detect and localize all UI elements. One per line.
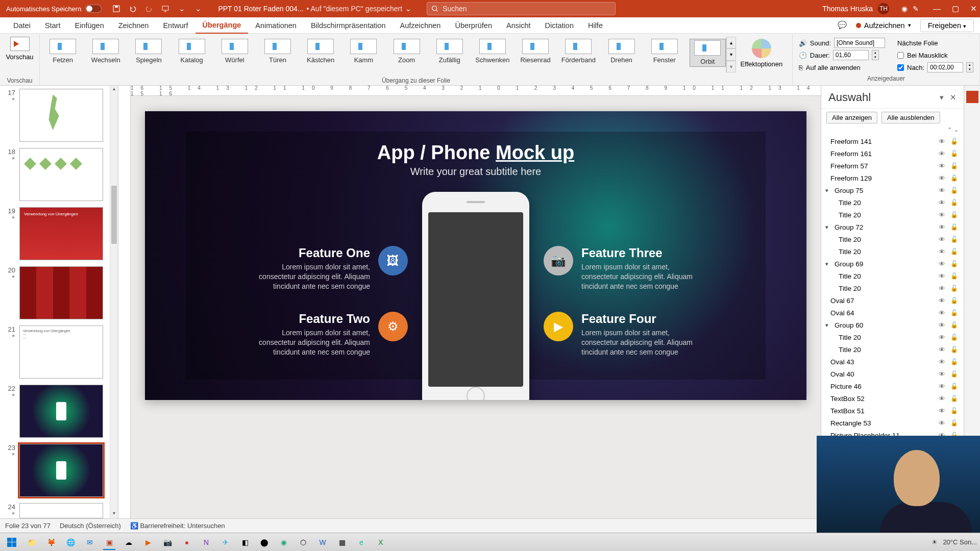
maximize-icon[interactable]: ▢ xyxy=(952,4,959,13)
pane-close-icon[interactable]: ✕ xyxy=(950,93,957,102)
transition-kamm[interactable]: Kamm xyxy=(346,39,381,64)
app-icon-3[interactable]: ● xyxy=(179,535,195,550)
effect-options-button[interactable]: Effektoptionen xyxy=(736,37,787,68)
lock-icon[interactable]: 🔓 xyxy=(949,162,959,169)
obs-icon[interactable]: ⬤ xyxy=(256,535,273,550)
selection-item[interactable]: ▾Group 69👁🔓 xyxy=(821,258,964,270)
touch-mode-icon[interactable]: ⌄ xyxy=(177,4,186,13)
transition-fenster[interactable]: Fenster xyxy=(647,39,682,64)
app-icon-7[interactable]: ▦ xyxy=(334,535,350,550)
selection-item[interactable]: Title 20👁🔓 xyxy=(821,196,964,209)
lock-icon[interactable]: 🔓 xyxy=(949,358,959,365)
slide-thumb-21[interactable]: 21Verwendung von Übergängen······ xyxy=(5,325,105,379)
visibility-icon[interactable]: 👁 xyxy=(937,223,946,231)
redo-icon[interactable] xyxy=(144,4,154,13)
after-checkbox[interactable] xyxy=(897,64,904,71)
duration-input[interactable] xyxy=(833,50,869,60)
move-up-icon[interactable]: ⌃ xyxy=(947,127,952,133)
edge-icon[interactable]: e xyxy=(353,535,370,550)
selection-item[interactable]: Oval 67👁🔓 xyxy=(821,294,964,307)
language-indicator[interactable]: Deutsch (Österreich) xyxy=(60,522,121,530)
accessibility-check[interactable]: ♿ Barrierefreiheit: Untersuchen xyxy=(130,522,225,530)
visibility-icon[interactable]: 👁 xyxy=(937,162,946,170)
lock-icon[interactable]: 🔓 xyxy=(949,334,959,341)
hide-all-button[interactable]: Alle ausblenden xyxy=(881,112,940,123)
comments-icon[interactable]: 💬 xyxy=(838,21,847,30)
lock-icon[interactable]: 🔓 xyxy=(949,138,959,145)
visibility-icon[interactable]: 👁 xyxy=(937,407,946,415)
outlook-icon[interactable]: ✉ xyxy=(82,535,98,550)
app-icon-5[interactable]: ◉ xyxy=(276,535,292,550)
visibility-icon[interactable]: 👁 xyxy=(937,248,946,256)
tab-ansicht[interactable]: Ansicht xyxy=(499,17,538,34)
selection-item[interactable]: Freeform 141👁🔓 xyxy=(821,135,964,147)
tab-start[interactable]: Start xyxy=(38,17,68,34)
pen-icon[interactable]: ✎ xyxy=(913,5,919,13)
slide-thumb-20[interactable]: 20 xyxy=(5,266,105,319)
transition-fetzen[interactable]: Fetzen xyxy=(45,39,81,64)
after-spinner[interactable]: ▴▾ xyxy=(966,62,973,72)
selection-item[interactable]: TextBox 51👁🔓 xyxy=(821,405,964,417)
feature-feature-two[interactable]: ⚙Feature TwoLorem ipsum dolor sit amet, … xyxy=(250,312,408,357)
transition-katalog[interactable]: Katalog xyxy=(174,39,210,64)
show-all-button[interactable]: Alle anzeigen xyxy=(826,112,877,123)
tab-hilfe[interactable]: Hilfe xyxy=(581,17,610,34)
lock-icon[interactable]: 🔓 xyxy=(949,383,959,390)
slide-canvas[interactable]: App / Phone Mock up Write your great sub… xyxy=(145,111,806,400)
selection-item[interactable]: Rectangle 53👁🔓 xyxy=(821,417,964,429)
record-button[interactable]: Aufzeichnen▾ xyxy=(856,21,911,30)
transition-orbit[interactable]: Orbit xyxy=(690,39,726,67)
lock-icon[interactable]: 🔓 xyxy=(949,321,959,329)
app-icon-6[interactable]: ⬡ xyxy=(295,535,311,550)
explorer-icon[interactable]: 📁 xyxy=(23,535,40,550)
transition-drehen[interactable]: Drehen xyxy=(603,39,639,64)
avatar[interactable]: TH xyxy=(878,3,889,14)
tab-einfügen[interactable]: Einfügen xyxy=(67,17,111,34)
lock-icon[interactable]: 🔓 xyxy=(949,187,959,194)
transition-zufällig[interactable]: Zufällig xyxy=(432,39,468,64)
visibility-icon[interactable]: 👁 xyxy=(937,383,946,390)
selection-item[interactable]: Freeform 129👁🔓 xyxy=(821,172,964,184)
visibility-icon[interactable]: 👁 xyxy=(937,297,946,305)
start-button[interactable] xyxy=(3,535,20,550)
tab-bildschirmpräsentation[interactable]: Bildschirmpräsentation xyxy=(304,17,393,34)
lock-icon[interactable]: 🔓 xyxy=(949,419,959,427)
apply-all-button[interactable]: ⎘Auf alle anwenden xyxy=(799,61,885,73)
phone-mockup[interactable] xyxy=(422,192,529,400)
selection-item[interactable]: Picture 46👁🔓 xyxy=(821,380,964,392)
transition-riesenrad[interactable]: Riesenrad xyxy=(518,39,553,64)
app-icon-1[interactable]: ☁ xyxy=(120,535,137,550)
visibility-icon[interactable]: 👁 xyxy=(937,187,946,194)
transition-würfel[interactable]: Würfel xyxy=(217,39,253,64)
selection-item[interactable]: Title 20👁🔓 xyxy=(821,343,964,356)
selection-item[interactable]: Title 20👁🔓 xyxy=(821,245,964,258)
weather-text[interactable]: 20°C Son... xyxy=(943,538,977,546)
visibility-icon[interactable]: 👁 xyxy=(937,211,946,219)
move-down-icon[interactable]: ⌄ xyxy=(954,127,959,133)
designer-icon[interactable] xyxy=(966,91,978,103)
vlc-icon[interactable]: ▶ xyxy=(140,535,156,550)
selection-item[interactable]: Title 20👁🔓 xyxy=(821,209,964,221)
visibility-icon[interactable]: 👁 xyxy=(937,199,946,207)
slide-thumb-22[interactable]: 22 xyxy=(5,385,105,438)
undo-icon[interactable] xyxy=(128,4,137,13)
after-input[interactable] xyxy=(927,62,963,72)
qat-more-icon[interactable]: ⌄ xyxy=(193,4,203,13)
selection-item[interactable]: Oval 43👁🔓 xyxy=(821,356,964,368)
weather-icon[interactable]: ☀ xyxy=(932,538,938,546)
tab-übergänge[interactable]: Übergänge xyxy=(195,17,249,34)
selection-item[interactable]: ▾Group 72👁🔓 xyxy=(821,221,964,233)
lock-icon[interactable]: 🔓 xyxy=(949,297,959,304)
selection-item[interactable]: Title 20👁🔓 xyxy=(821,331,964,343)
transition-kästchen[interactable]: Kästchen xyxy=(303,39,338,64)
save-icon[interactable] xyxy=(112,4,121,13)
selection-item[interactable]: ▾Group 60👁🔓 xyxy=(821,319,964,331)
present-icon[interactable] xyxy=(161,4,170,13)
visibility-icon[interactable]: 👁 xyxy=(937,150,946,158)
lock-icon[interactable]: 🔓 xyxy=(949,407,959,414)
lock-icon[interactable]: 🔓 xyxy=(949,236,959,243)
visibility-icon[interactable]: 👁 xyxy=(937,260,946,268)
lock-icon[interactable]: 🔓 xyxy=(949,260,959,267)
visibility-icon[interactable]: 👁 xyxy=(937,272,946,280)
lock-icon[interactable]: 🔓 xyxy=(949,395,959,402)
